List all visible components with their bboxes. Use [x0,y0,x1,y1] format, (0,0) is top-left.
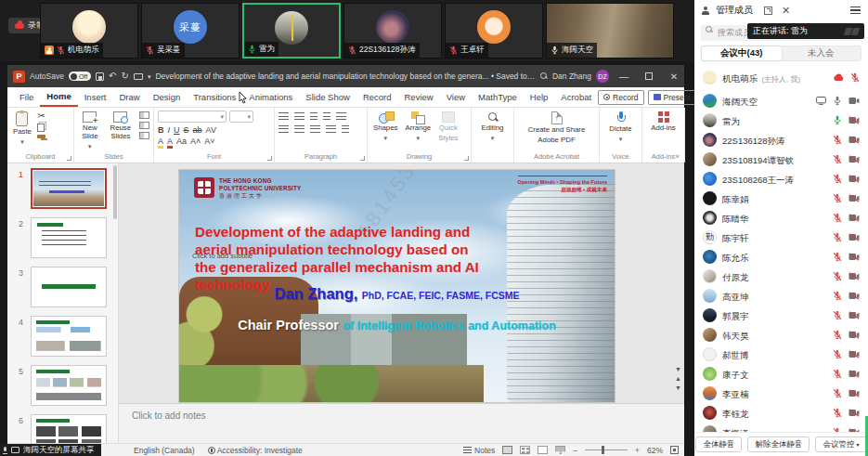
slide-thumbnail-preview[interactable] [31,217,107,258]
mic-icon[interactable] [833,291,842,301]
mic-icon[interactable] [833,369,842,379]
scroll-down-icon[interactable]: ▼ [675,366,681,372]
slide-thumbnail[interactable]: 6 [7,410,118,443]
menu-icon[interactable] [850,7,861,14]
columns-icon[interactable] [342,125,349,133]
slide-thumbnail[interactable]: 3 [7,262,118,311]
slide-sorter-view-button[interactable] [520,446,530,454]
mic-icon[interactable] [833,252,842,262]
camera-icon[interactable] [849,155,860,163]
camera-icon[interactable] [849,370,860,378]
slide-author-textbox[interactable]: Dan Zhang, PhD, FCAE, FEIC, FASME, FCSME [179,285,615,303]
notes-toggle[interactable]: Notes [463,446,495,455]
panel-tab[interactable]: 会议中(43) [702,46,782,60]
mic-icon[interactable] [833,408,842,418]
participant-row[interactable]: 23S108194谭智钦 [694,150,868,169]
participant-row[interactable]: 李钰龙 [694,403,868,423]
camera-icon[interactable] [849,292,860,300]
video-tile[interactable]: 海阔天空 [546,3,674,59]
zoom-in-icon[interactable]: + [635,446,640,455]
camera-icon[interactable] [849,194,860,202]
ribbon-tab[interactable]: Animations [242,87,299,107]
ribbon-tab[interactable]: Insert [78,87,113,107]
mic-icon[interactable] [3,447,7,454]
video-tile[interactable]: 雷为 [242,3,341,59]
align-center-icon[interactable] [294,125,304,133]
camera-icon[interactable] [849,97,860,105]
ribbon-tab[interactable]: File [13,87,40,107]
camera-icon[interactable] [849,175,860,183]
participant-row[interactable]: 陈晴华 [694,208,868,228]
slideshow-view-button[interactable] [555,446,565,454]
mic-icon[interactable] [833,349,842,359]
slide-thumbnail-preview[interactable] [31,414,107,443]
ribbon-tab[interactable]: Record [356,87,398,107]
save-icon[interactable] [96,72,104,81]
ribbon-tab[interactable]: Acrobat [554,87,598,107]
minimize-button[interactable]: — [614,65,634,87]
mic-icon[interactable] [850,72,860,83]
slide-thumbnail[interactable]: 2 [7,213,118,262]
line-spacing-icon[interactable] [336,112,346,120]
ribbon-tab[interactable]: Slide Show [299,87,356,107]
copy-icon[interactable] [37,124,45,132]
format-painter-icon[interactable] [37,135,45,138]
close-button[interactable]: ✕ [664,65,684,87]
cut-icon[interactable]: ✂ [37,111,45,121]
participant-row[interactable]: 高亚坤 [694,286,868,306]
addins-button[interactable]: Add-ins [649,111,677,134]
ribbon-tab[interactable]: Review [398,87,440,107]
reset-icon[interactable] [139,122,149,129]
ribbon-tab[interactable]: Help [524,87,555,107]
font-format-button[interactable]: Aa [176,137,187,146]
mic-icon[interactable] [833,115,842,125]
camera-icon[interactable] [849,214,860,222]
collapse-ribbon-icon[interactable]: ˅ [675,152,680,161]
accessibility-status[interactable]: Accessibility: Investigate [208,446,303,455]
dialog-launcher-icon[interactable] [267,156,272,161]
dialog-launcher-icon[interactable] [464,156,469,161]
camera-icon[interactable] [849,389,860,397]
search-icon[interactable] [540,72,548,80]
camera-icon[interactable] [849,116,860,124]
record-button[interactable]: Record [598,90,643,105]
participant-row[interactable]: 海阔天空 [694,91,868,111]
start-slideshow-icon[interactable] [134,73,143,80]
mic-icon[interactable] [833,213,842,223]
camera-icon[interactable] [849,331,860,339]
fit-to-window-icon[interactable] [670,446,679,454]
font-format-button[interactable]: A [167,137,173,149]
screen-share-icon[interactable] [11,447,19,453]
language-status[interactable]: English (Canada) [134,446,195,455]
align-left-icon[interactable] [279,125,289,133]
zoom-out-icon[interactable]: – [573,446,577,455]
dictate-button[interactable]: Dictate▾ [607,111,633,144]
indent-increase-icon[interactable] [323,112,330,120]
participant-row[interactable]: 郝世博 [694,345,868,364]
redo-icon[interactable]: ↻ [121,72,128,81]
participant-row[interactable]: 付原龙 [694,267,868,286]
maximize-button[interactable] [639,65,659,87]
quick-access-more-icon[interactable]: ▾ [148,73,151,80]
video-tile[interactable]: 王卓轩 [445,3,543,59]
font-style-button[interactable]: AV [206,125,216,135]
user-avatar[interactable]: DZ [596,70,609,83]
camera-icon[interactable] [849,272,860,280]
reading-view-button[interactable] [538,446,548,454]
unmute-all-button[interactable]: 解除全体静音 [747,436,810,452]
ribbon-tab[interactable]: Design [147,87,188,107]
mic-icon[interactable] [833,96,842,106]
slide-title-textbox[interactable]: Development of the adaptive landing and … [195,224,487,293]
participant-row[interactable]: 机电萌乐 (主持人, 我) [694,65,868,91]
paste-button[interactable]: Paste▾ [11,111,33,147]
create-pdf-button[interactable]: Create and Share Adobe PDF [526,111,588,146]
camera-icon[interactable] [849,253,860,261]
mic-icon[interactable] [833,193,842,203]
meeting-control-button[interactable]: 会议管控▾ [815,436,866,452]
slide-thumbnail-preview[interactable] [31,365,107,406]
mic-icon[interactable] [833,232,842,242]
slide-thumbnail[interactable]: 5 [7,360,118,410]
editing-button[interactable]: Editing▾ [480,111,506,143]
ribbon-tab[interactable]: Transitions [187,87,242,107]
slide-thumbnail[interactable]: 1 [7,163,118,213]
